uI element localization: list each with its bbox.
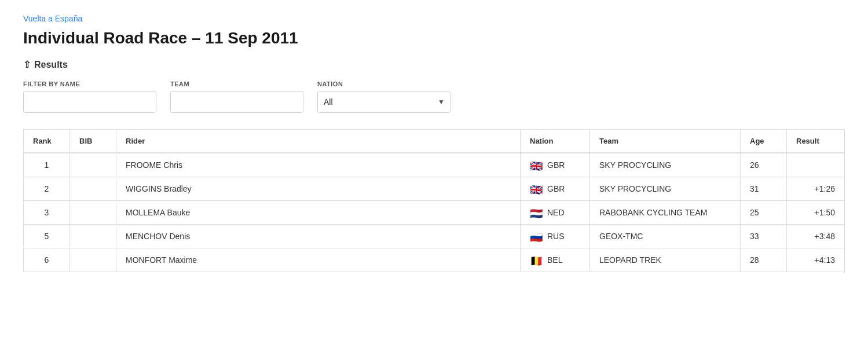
th-team: Team [590, 130, 741, 153]
filter-team-label: TEAM [170, 80, 303, 87]
table-row: 3 MOLLEMA Bauke 🇳🇱 NED RABOBANK CYCLING … [24, 201, 845, 225]
flag-icon: 🇬🇧 [530, 185, 543, 193]
td-nation: 🇷🇺 RUS [521, 225, 590, 248]
td-bib [70, 201, 116, 225]
td-rider: FROOME Chris [116, 153, 521, 177]
td-age: 31 [741, 177, 787, 201]
td-bib [70, 153, 116, 177]
td-bib [70, 248, 116, 272]
flag-icon: 🇳🇱 [530, 208, 543, 217]
filter-nation-select[interactable]: AllGBRNEDRUSBEL [317, 91, 451, 113]
td-team: GEOX-TMC [590, 225, 741, 248]
td-rider: MOLLEMA Bauke [116, 201, 521, 225]
td-rank: 5 [24, 225, 70, 248]
td-age: 25 [741, 201, 787, 225]
td-rank: 1 [24, 153, 70, 177]
table-row: 6 MONFORT Maxime 🇧🇪 BEL LEOPARD TREK 28 … [24, 248, 845, 272]
td-result: +1:26 [787, 177, 845, 201]
td-nation: 🇳🇱 NED [521, 201, 590, 225]
nation-code: GBR [547, 184, 565, 193]
results-heading-label: Results [34, 60, 68, 70]
th-rider: Rider [116, 130, 521, 153]
results-heading: ⇧ Results [23, 59, 845, 70]
th-result: Result [787, 130, 845, 153]
th-age: Age [741, 130, 787, 153]
td-nation: 🇬🇧 GBR [521, 177, 590, 201]
table-header: Rank BIB Rider Nation Team Age Result [24, 130, 845, 153]
table-row: 2 WIGGINS Bradley 🇬🇧 GBR SKY PROCYCLING … [24, 177, 845, 201]
td-team: LEOPARD TREK [590, 248, 741, 272]
td-result: +4:13 [787, 248, 845, 272]
th-nation: Nation [521, 130, 590, 153]
td-rider: MONFORT Maxime [116, 248, 521, 272]
td-team: SKY PROCYCLING [590, 177, 741, 201]
breadcrumb-link[interactable]: Vuelta a España [23, 14, 82, 23]
results-icon: ⇧ [23, 59, 31, 70]
filter-by-name-label: FILTER BY NAME [23, 80, 156, 87]
nation-code: NED [547, 208, 565, 217]
td-rank: 2 [24, 177, 70, 201]
filter-team-input[interactable] [170, 91, 303, 113]
filter-team-group: TEAM [170, 80, 303, 113]
filter-row: FILTER BY NAME TEAM NATION AllGBRNEDRUSB… [23, 80, 845, 113]
flag-icon: 🇷🇺 [530, 232, 543, 240]
td-result: +1:50 [787, 201, 845, 225]
filter-by-name-input[interactable] [23, 91, 156, 113]
td-age: 26 [741, 153, 787, 177]
flag-icon: 🇧🇪 [530, 256, 543, 264]
td-rank: 3 [24, 201, 70, 225]
td-result: +3:48 [787, 225, 845, 248]
page-title: Individual Road Race – 11 Sep 2011 [23, 29, 845, 47]
td-bib [70, 177, 116, 201]
td-bib [70, 225, 116, 248]
nation-code: GBR [547, 160, 565, 170]
td-age: 33 [741, 225, 787, 248]
flag-icon: 🇬🇧 [530, 161, 543, 169]
td-rank: 6 [24, 248, 70, 272]
td-nation: 🇬🇧 GBR [521, 153, 590, 177]
table-row: 1 FROOME Chris 🇬🇧 GBR SKY PROCYCLING 26 [24, 153, 845, 177]
th-bib: BIB [70, 130, 116, 153]
td-result [787, 153, 845, 177]
td-rider: MENCHOV Denis [116, 225, 521, 248]
nation-code: RUS [547, 232, 565, 241]
td-age: 28 [741, 248, 787, 272]
nation-code: BEL [547, 255, 562, 265]
filter-by-name-group: FILTER BY NAME [23, 80, 156, 113]
td-team: SKY PROCYCLING [590, 153, 741, 177]
table-body: 1 FROOME Chris 🇬🇧 GBR SKY PROCYCLING 26 … [24, 153, 845, 272]
results-table: Rank BIB Rider Nation Team Age Result 1 … [23, 129, 845, 272]
filter-nation-wrapper: AllGBRNEDRUSBEL ▼ [317, 91, 451, 113]
filter-nation-group: NATION AllGBRNEDRUSBEL ▼ [317, 80, 451, 113]
filter-nation-label: NATION [317, 80, 451, 87]
td-nation: 🇧🇪 BEL [521, 248, 590, 272]
td-rider: WIGGINS Bradley [116, 177, 521, 201]
td-team: RABOBANK CYCLING TEAM [590, 201, 741, 225]
th-rank: Rank [24, 130, 70, 153]
table-row: 5 MENCHOV Denis 🇷🇺 RUS GEOX-TMC 33 +3:48 [24, 225, 845, 248]
